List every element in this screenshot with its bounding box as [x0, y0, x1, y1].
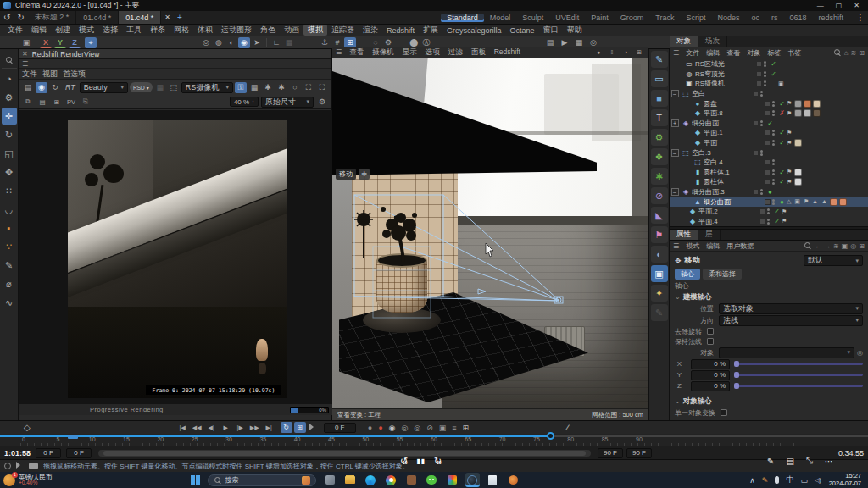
om-filter-icon[interactable]: ⌂ — [844, 49, 849, 57]
layer-swatch[interactable] — [753, 189, 759, 195]
workplane-icon[interactable]: ▣ — [20, 37, 32, 48]
single-object-checkbox[interactable] — [721, 409, 727, 416]
viewport-view-icon[interactable]: ◔ — [620, 47, 632, 58]
tag-icons[interactable]: ▣ — [778, 80, 785, 87]
attributes-tab[interactable]: 层 — [698, 230, 721, 240]
x-value-field[interactable]: 0 % — [691, 359, 730, 369]
z-slider[interactable] — [734, 385, 863, 387]
object-tree-row[interactable]: – ⬚ 空白.3 — [670, 147, 868, 158]
record-toggle-icon[interactable]: ⊞ — [462, 424, 469, 432]
menu-item[interactable]: 样条 — [146, 25, 170, 36]
visibility-dots[interactable] — [772, 130, 775, 136]
menu-item[interactable]: 角色 — [256, 25, 280, 36]
snapshot-tool-icon[interactable]: ⎘ — [80, 97, 92, 108]
viewport-menu-item[interactable]: 显示 — [398, 47, 421, 58]
tag-icons[interactable]: ⚑ — [787, 179, 793, 186]
record-toggle-icon[interactable]: ▣ — [439, 424, 447, 432]
expand-toggle-icon[interactable]: – — [671, 188, 679, 196]
snap-icon[interactable]: ➤ — [251, 37, 263, 48]
renderview-region-icon[interactable]: ⬚ — [168, 82, 180, 93]
transport-button[interactable]: ◀◀ — [191, 422, 203, 433]
rsd-button[interactable]: RSD▾ — [130, 82, 153, 92]
layout-tab[interactable]: Track — [649, 14, 680, 22]
taskbar-wechat-icon[interactable] — [425, 473, 439, 487]
record-toggle-icon[interactable]: ● — [368, 424, 372, 432]
picture-in-picture-icon[interactable]: ▤ — [786, 457, 793, 466]
menu-item[interactable]: 窗口 — [539, 25, 563, 36]
snapshot-tool-icon[interactable]: PV — [65, 97, 77, 108]
menu-item[interactable]: 网格 — [170, 25, 193, 36]
enabled-state-icon[interactable]: ✓ — [777, 129, 787, 136]
enabled-state-icon[interactable]: ✓ — [777, 178, 787, 186]
menu-item[interactable]: 模式 — [75, 25, 98, 36]
attr-search-icon[interactable] — [804, 241, 812, 250]
transport-button[interactable]: ▶▶ — [248, 422, 261, 433]
camera-lock-icon[interactable]: ⚿ — [235, 82, 247, 93]
enabled-state-icon[interactable]: ✓ — [769, 70, 778, 78]
layout-tab[interactable]: Paint — [585, 14, 615, 22]
new-tab-icon[interactable]: + — [174, 13, 186, 22]
renderview-region-icon[interactable]: ▦ — [154, 82, 166, 93]
coordinate-system-icon[interactable]: ⌖ — [85, 37, 97, 48]
om-search-icon[interactable] — [833, 48, 842, 57]
layout-tab[interactable]: Groom — [615, 14, 650, 22]
search-tool-icon[interactable] — [2, 52, 17, 69]
record-toggle-icon[interactable]: ≡ — [452, 424, 456, 432]
renderview-settings-gear-icon[interactable]: ⚙ — [316, 97, 328, 108]
viewport-menu-item[interactable]: 查看 — [345, 47, 368, 58]
tool-icon[interactable]: ◔ — [2, 70, 17, 87]
palette-object-icon[interactable]: ⚑ — [651, 226, 668, 243]
record-toggle-icon[interactable]: ⊘ — [426, 424, 433, 432]
om-menu-item[interactable]: 书签 — [784, 48, 804, 58]
x-slider[interactable] — [734, 363, 863, 365]
layer-swatch[interactable] — [765, 159, 771, 165]
object-tree-row[interactable]: ▮ 圆柱体 ✓ ⚑ — [670, 177, 868, 187]
news-widget[interactable]: 1 英镑/人民币 +0.40% — [3, 474, 53, 486]
attr-nav-icon[interactable]: ▣ — [842, 242, 849, 250]
layout-tab[interactable]: redshift — [812, 14, 849, 22]
visibility-dots[interactable] — [772, 179, 775, 185]
om-filter-icon[interactable]: ⊞ — [859, 49, 865, 57]
attr-nav-icon[interactable]: ← — [815, 242, 821, 250]
taskbar-edge-icon[interactable] — [364, 473, 378, 487]
orientation-dropdown[interactable]: 法线▾ — [719, 315, 863, 326]
object-tree-row[interactable]: – ◈ 细分曲面.3 ● — [670, 187, 868, 197]
tag-icons[interactable]: ⚑ — [787, 100, 793, 107]
layer-swatch[interactable] — [756, 80, 762, 86]
layout-tab[interactable]: Nodes — [711, 14, 745, 22]
playback-toggle[interactable]: ⊞ — [294, 422, 306, 433]
palette-object-icon[interactable]: ⊘ — [651, 187, 668, 204]
menu-item[interactable]: 选择 — [98, 25, 122, 36]
menu-item[interactable]: Octane — [506, 26, 539, 35]
renderview-snapshot-icon[interactable]: ▦ — [248, 82, 260, 93]
tool-icon[interactable]: ∷ — [2, 182, 17, 199]
manager-tab[interactable]: 场次 — [698, 36, 727, 47]
material-tag-chip[interactable] — [839, 198, 847, 206]
viewport-menu-item[interactable]: 摄像机 — [368, 47, 398, 58]
tool-icon[interactable]: ◱ — [2, 145, 17, 162]
start-button[interactable] — [188, 473, 203, 487]
visibility-dots[interactable] — [764, 71, 766, 77]
tag-icons[interactable]: ⚑ — [787, 130, 793, 136]
tool-icon[interactable]: ◡ — [2, 201, 17, 218]
layer-swatch[interactable] — [753, 91, 759, 97]
tray-mic-icon[interactable] — [775, 476, 779, 484]
object-picker-icon[interactable]: ◎ — [857, 349, 863, 357]
tag-icons[interactable]: ⚑ — [782, 208, 787, 215]
attr-nav-icon[interactable]: ⊞ — [859, 242, 865, 250]
om-menu-item[interactable]: 文件 — [682, 48, 703, 58]
menu-item[interactable]: 帮助 — [563, 25, 587, 36]
snapshot-tool-icon[interactable]: ⧉ — [22, 97, 34, 108]
object-tree-row[interactable]: ● 圆盘 ✓ ⚑ — [670, 98, 868, 108]
renderview-snapshot-icon[interactable]: ✱ — [262, 82, 274, 93]
timeline-ruler[interactable]: 051015202530354045505560657075808590 — [0, 434, 868, 446]
renderview-menu-item[interactable]: 首选项 — [63, 69, 91, 80]
manager-tab[interactable]: 对象 — [670, 36, 698, 47]
object-tree-row[interactable]: ▲ 细分曲面 ● △ ▣ ⚑ ▲ ▲ — [670, 197, 868, 207]
expand-toggle-icon[interactable]: + — [671, 119, 679, 127]
layer-swatch[interactable] — [765, 179, 771, 185]
document-tab[interactable]: 未标题 2 * — [28, 11, 77, 24]
object-tree-row[interactable]: – ⬚ 空白 — [670, 89, 868, 99]
enabled-state-icon[interactable]: ✓ — [765, 119, 775, 127]
render-canvas[interactable]: Frame 0: 2024-07-07 15:18:29 (10.97s) — [19, 110, 332, 403]
